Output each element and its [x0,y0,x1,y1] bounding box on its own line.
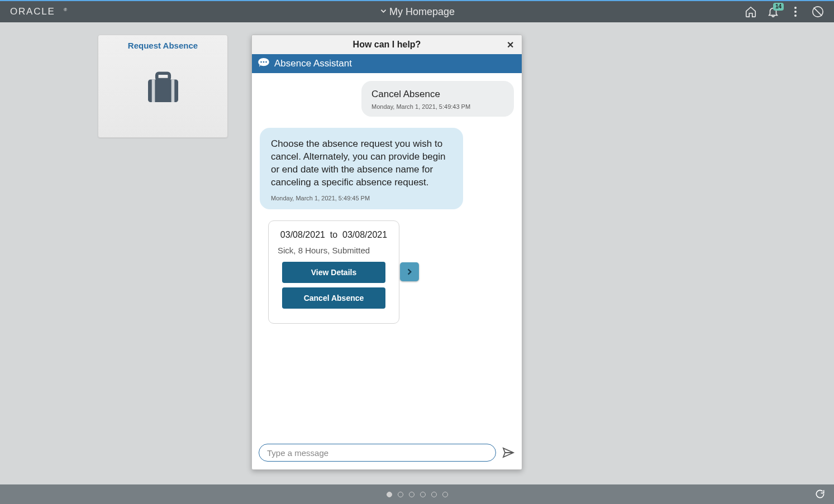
top-bar: ORACLE ® My Homepage 14 [0,0,834,22]
absence-card-dates: 03/08/2021 to 03/08/2021 [278,230,390,240]
bot-message: Choose the absence request you wish to c… [260,128,463,209]
svg-point-10 [260,61,262,63]
page-title: My Homepage [389,6,455,18]
tile-request-absence[interactable]: Request Absence [98,35,228,138]
svg-point-11 [263,61,265,63]
chat-bubble-icon [258,57,270,70]
svg-point-12 [265,61,267,63]
page-dot-3[interactable] [409,492,414,497]
chat-assistant-bar: Absence Assistant [252,54,522,73]
chevron-down-icon [379,6,387,18]
cancel-absence-button[interactable]: Cancel Absence [282,287,385,309]
card-date-from: 03/08/2021 [280,230,325,239]
refresh-icon [814,488,826,500]
svg-point-3 [794,15,797,17]
svg-rect-6 [156,73,169,79]
chat-header-title: How can I help? [353,40,421,50]
kebab-icon [794,6,797,17]
svg-text:®: ® [64,7,68,12]
chat-input-row [252,438,522,469]
oracle-logo: ORACLE ® [10,7,72,17]
user-message: Cancel Absence Monday, March 1, 2021, 5:… [361,81,514,117]
bottom-bar [0,484,834,504]
compass-icon [812,6,824,18]
chat-input[interactable] [259,444,496,462]
send-icon [502,446,515,459]
bot-message-time: Monday, March 1, 2021, 5:49:45 PM [271,195,452,201]
page-dot-4[interactable] [420,492,426,497]
svg-rect-7 [151,80,155,103]
send-button[interactable] [502,446,515,459]
chat-body: Cancel Absence Monday, March 1, 2021, 5:… [252,73,522,438]
svg-rect-8 [171,80,174,103]
page-dot-1[interactable] [387,492,392,497]
actions-menu-button[interactable] [788,4,803,19]
chat-assistant-name: Absence Assistant [274,58,352,69]
body-area: Request Absence How can I help? ✕ Absenc… [0,22,834,484]
chat-panel: How can I help? ✕ Absence Assistant Canc… [251,35,522,470]
homepage-dropdown[interactable]: My Homepage [379,6,455,18]
notifications-badge: 14 [773,3,784,11]
navbar-button[interactable] [811,4,825,19]
user-message-time: Monday, March 1, 2021, 5:49:43 PM [371,103,504,110]
home-button[interactable] [744,4,758,19]
card-date-joiner: to [330,230,337,239]
notifications-button[interactable]: 14 [766,4,780,19]
absence-card-sub: Sick, 8 Hours, Submitted [278,246,390,255]
chat-header: How can I help? ✕ [252,35,522,54]
absence-card: 03/08/2021 to 03/08/2021 Sick, 8 Hours, … [268,220,399,324]
chevron-right-icon [406,268,413,276]
page-dot-5[interactable] [431,492,437,497]
home-icon [745,6,757,18]
refresh-button[interactable] [814,488,826,500]
card-date-to: 03/08/2021 [342,230,387,239]
logo-text: ORACLE [10,7,55,17]
chat-close-button[interactable]: ✕ [504,39,516,51]
user-message-text: Cancel Absence [371,89,504,100]
page-dot-6[interactable] [442,492,448,497]
card-next-button[interactable] [400,262,419,281]
page-dots[interactable] [387,492,448,497]
svg-point-1 [794,7,797,9]
bot-message-text: Choose the absence request you wish to c… [271,138,452,189]
view-details-button[interactable]: View Details [282,262,385,283]
top-right-actions: 14 [744,4,825,19]
svg-point-2 [794,11,797,13]
close-icon: ✕ [507,40,514,50]
tile-title: Request Absence [128,41,198,50]
suitcase-icon [143,67,183,109]
page-dot-2[interactable] [398,492,403,497]
